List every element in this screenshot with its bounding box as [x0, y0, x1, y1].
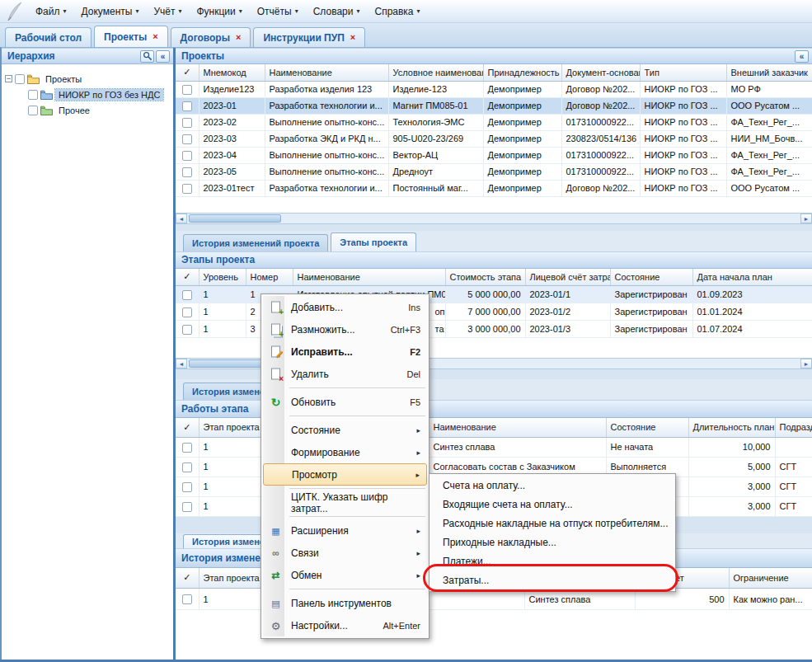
hierarchy-panel: Иерархия « − Проекты НИОКР по ГОЗ без НД… — [2, 48, 173, 662]
column-header[interactable]: Мнемокод — [199, 64, 265, 81]
checkbox[interactable] — [182, 134, 192, 144]
checkbox[interactable] — [182, 85, 192, 95]
checkbox[interactable] — [28, 106, 38, 115]
tab-desktop[interactable]: Рабочий стол — [5, 27, 92, 47]
scrollbar-thumb[interactable] — [189, 214, 281, 223]
expander-icon[interactable]: − — [5, 75, 12, 82]
cm-refresh[interactable]: ↻ ОбновитьF5 — [263, 391, 427, 413]
cm-add[interactable]: + Добавить...Ins — [263, 296, 427, 318]
tab-project-stages[interactable]: Этапы проекта — [331, 232, 416, 251]
column-header[interactable]: Уровень — [199, 269, 246, 286]
horizontal-scrollbar[interactable]: ◄ ► — [176, 213, 812, 224]
table-row[interactable]: 2023-03Разработка ЭКД и РКД н...905-U020… — [176, 130, 812, 147]
tree-node-niokr[interactable]: НИОКР по ГОЗ без НДС — [28, 87, 170, 102]
column-header[interactable]: Наименование — [265, 64, 388, 81]
scroll-left-icon[interactable]: ◄ — [176, 214, 187, 223]
menu-accounting[interactable]: Учёт▾ — [146, 2, 189, 21]
sm-costs[interactable]: Затраты... — [431, 570, 674, 589]
column-header[interactable]: Наименование — [429, 418, 606, 437]
column-header[interactable]: Состояние — [610, 269, 692, 286]
menu-file[interactable]: Файл▾ — [28, 2, 74, 21]
column-header[interactable]: Номер — [246, 269, 293, 286]
sm-receipt-notes[interactable]: Приходные накладные... — [431, 533, 674, 552]
tab-project-history[interactable]: История изменений проекта — [183, 234, 328, 251]
close-icon[interactable]: × — [236, 33, 241, 42]
cm-edit[interactable]: Исправить...F2 — [263, 340, 427, 363]
cm-citk-cost-code[interactable]: ЦИТК. Указать шифр затрат... — [263, 491, 427, 514]
checkbox[interactable] — [15, 74, 25, 84]
cm-toolbar[interactable]: ▤ Панель инструментов — [263, 592, 427, 614]
column-header[interactable]: Условное наименование — [388, 64, 483, 81]
checkbox[interactable] — [182, 482, 192, 492]
checkbox[interactable] — [182, 308, 192, 317]
close-icon[interactable]: × — [350, 33, 355, 42]
search-icon[interactable] — [140, 50, 154, 63]
sm-consumption-notes[interactable]: Расходные накладные на отпуск потребител… — [431, 514, 674, 533]
collapse-panel-button[interactable]: « — [795, 50, 809, 63]
cm-exchange[interactable]: ⇄ Обмен▸ — [263, 564, 427, 586]
menu-documents[interactable]: Документы▾ — [74, 2, 147, 21]
column-header[interactable]: Ограничение — [729, 568, 812, 589]
checkbox[interactable] — [182, 167, 192, 177]
menu-help[interactable]: Справка▾ — [367, 2, 427, 21]
cm-formation[interactable]: Формирование▸ — [263, 441, 427, 463]
column-header[interactable]: Подразделение — [775, 418, 812, 437]
column-header[interactable]: Состояние — [606, 418, 688, 437]
column-header[interactable]: Лицевой счёт затрат — [525, 269, 610, 286]
cm-state[interactable]: Состояние▸ — [263, 419, 427, 441]
table-row[interactable]: Изделие123Разработка изделия 123Изделие-… — [176, 81, 812, 97]
tree-node-other[interactable]: Прочее — [28, 102, 170, 118]
toolbar-icon: ▤ — [269, 596, 283, 610]
checkbox[interactable] — [28, 90, 38, 100]
scroll-right-icon[interactable]: ► — [800, 359, 812, 369]
menu-functions[interactable]: Функции▾ — [189, 2, 249, 21]
collapse-panel-button[interactable]: « — [156, 50, 170, 63]
checkbox[interactable] — [182, 594, 192, 604]
tab-instructions[interactable]: Инструкции ПУП× — [253, 27, 365, 47]
edit-icon — [269, 345, 283, 359]
sm-payments[interactable]: Платежи... — [431, 552, 674, 570]
check-column-header[interactable]: ✓ — [176, 269, 199, 286]
column-header[interactable]: Внешний заказчик — [726, 64, 812, 81]
column-header[interactable]: Длительность план▾ — [688, 418, 775, 437]
cm-settings[interactable]: ⚙ Настройки...Alt+Enter — [263, 614, 427, 636]
check-column-header[interactable]: ✓ — [176, 64, 199, 81]
table-row[interactable]: 2023-02Выполнение опытно-конс...Технолог… — [176, 114, 812, 130]
checkbox[interactable] — [182, 101, 192, 111]
table-row-selected[interactable]: 2023-01Разработка технологии и...Магнит … — [176, 97, 812, 114]
tab-contracts[interactable]: Договоры× — [171, 27, 251, 47]
column-header[interactable]: Стоимость этапа — [445, 269, 525, 286]
column-header[interactable]: Документ-основание — [561, 64, 640, 81]
table-row[interactable]: 2023-05Выполнение опытно-конс...Дредноут… — [176, 163, 812, 180]
column-header[interactable]: Наименование — [293, 269, 445, 286]
checkbox[interactable] — [182, 325, 192, 335]
scroll-left-icon[interactable]: ◄ — [176, 359, 187, 369]
sm-incoming-invoices[interactable]: Входящие счета на оплату... — [431, 495, 674, 514]
checkbox[interactable] — [182, 118, 192, 128]
table-row[interactable]: 2023-01тестРазработка технологии и...Пос… — [176, 180, 812, 196]
checkbox[interactable] — [182, 184, 192, 194]
checkbox[interactable] — [182, 502, 192, 512]
checkbox[interactable] — [182, 443, 192, 453]
sm-invoices[interactable]: Счета на оплату... — [431, 476, 674, 495]
check-column-header[interactable]: ✓ — [176, 418, 199, 437]
checkbox[interactable] — [182, 290, 192, 300]
close-icon[interactable]: × — [153, 32, 157, 41]
tab-projects[interactable]: Проекты× — [94, 26, 168, 47]
cm-links[interactable]: ∞ Связи▸ — [263, 542, 427, 564]
check-column-header[interactable]: ✓ — [176, 568, 199, 589]
column-header[interactable]: Принадлежность — [483, 64, 561, 81]
menu-reports[interactable]: Отчёты▾ — [250, 2, 306, 21]
tree-node-projects[interactable]: − Проекты — [5, 71, 170, 87]
checkbox[interactable] — [182, 151, 192, 161]
column-header[interactable]: Дата начала план — [692, 269, 812, 286]
cm-extensions[interactable]: ▦ Расширения▸ — [263, 519, 427, 542]
column-header[interactable]: Тип — [640, 64, 726, 81]
menu-dictionaries[interactable]: Словари▾ — [306, 2, 368, 21]
table-row[interactable]: 2023-04Выполнение опытно-конс...Вектор-А… — [176, 147, 812, 163]
scroll-right-icon[interactable]: ► — [800, 214, 812, 223]
cm-duplicate[interactable]: + Размножить...Ctrl+F3 — [263, 318, 427, 340]
checkbox[interactable] — [182, 462, 192, 472]
cm-view[interactable]: Просмотр▸ — [263, 463, 427, 486]
cm-delete[interactable]: × УдалитьDel — [263, 363, 427, 385]
